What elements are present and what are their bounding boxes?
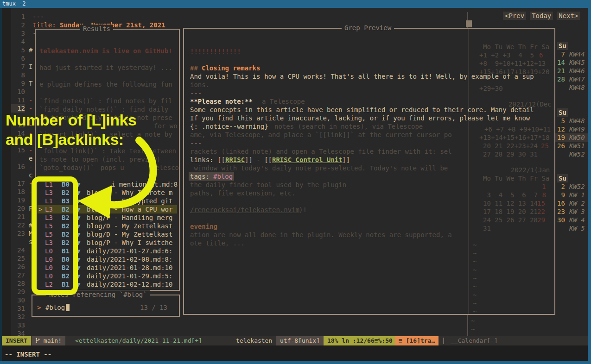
calendar-day[interactable]: 19 xyxy=(557,133,565,142)
text-fragment: ~ xyxy=(473,274,477,282)
line-number: 20 xyxy=(11,204,25,213)
git-branch-segment: main! xyxy=(32,336,65,345)
empty-line-tilde: ~ xyxy=(471,325,475,333)
scrollbar-thumb[interactable] xyxy=(466,20,472,27)
result-title[interactable]: blog/D - My Zettelkast xyxy=(87,222,172,230)
calendar-week-label: KW 1 xyxy=(569,191,585,199)
line-number: 33 xyxy=(11,321,25,329)
calendar-month-header: 2022/1(Jan xyxy=(511,166,550,174)
line-number: 4 xyxy=(11,38,25,46)
calendar-week-label: KW 3 xyxy=(569,207,585,216)
text-row: +8 9+10+11+12+13 xyxy=(184,59,554,68)
text-fragment: 6 xyxy=(539,51,543,59)
calendar-weekday-header: Mo Tu We Th Fr Sa xyxy=(483,43,549,51)
result-title[interactable]: blog/D - My Zettelkast xyxy=(87,230,172,238)
text-fragment: If you find this article inaccurate, lac… xyxy=(190,114,530,122)
text-row: +29+30 xyxy=(184,84,554,93)
line-number: 3 xyxy=(11,29,25,38)
text-row: If you find this article inaccurate, lac… xyxy=(184,114,554,122)
text-row: 2021/12(Dec xyxy=(184,100,554,108)
line-number: 5 xyxy=(11,46,25,54)
text-row: had just started it yesterday! ... xyxy=(36,63,179,72)
line-number-column: 1234567891011121314151617181920212223242… xyxy=(0,0,28,364)
text-fragment: e plugin defines the following fun xyxy=(39,80,172,88)
text-fragment: ~ xyxy=(473,241,477,249)
search-input[interactable]: #blog xyxy=(45,303,65,312)
text-fragment: 1 xyxy=(542,182,546,191)
text-row: +6 +7 +8 +9+10+11 xyxy=(184,125,554,133)
text-fragment: 31 xyxy=(483,224,491,232)
text-fragment: +29+30 xyxy=(479,84,503,93)
git-branch-label: main! xyxy=(44,337,62,344)
mode-indicator: INSERT xyxy=(2,336,31,345)
grep-preview-window: Grep Preview !!!!!!!!!!!!!##Closing rema… xyxy=(183,28,555,315)
text-fragment: ~ xyxy=(473,266,477,274)
text-row: 20 21 22+23+2425 xyxy=(184,142,554,150)
calendar-week-label: KW 4 xyxy=(569,216,585,224)
text-row: Mo Tu We Th Fr Sa xyxy=(184,43,554,51)
frontmatter-delimiter: --- xyxy=(32,13,44,21)
annotation-arrow xyxy=(70,133,172,221)
result-title[interactable]: daily/2021-01-28.md:10 xyxy=(87,264,172,272)
text-fragment: 27 28 29 30 31 xyxy=(483,150,538,158)
calendar-day[interactable]: 5 xyxy=(557,117,565,125)
result-title[interactable]: daily/2021-02-08.md:8: xyxy=(87,255,172,264)
calendar-day[interactable]: 30 xyxy=(557,216,565,224)
line-number: 23 xyxy=(11,229,25,238)
terminal-screen: tmux -2 ---title: Sunday, November 21st,… xyxy=(0,0,591,364)
result-title[interactable]: daily/2021-01-29.md:5: xyxy=(87,272,172,280)
calendar-week-label: KW48 xyxy=(569,83,585,92)
result-title[interactable]: blog/P - Why I switche xyxy=(87,238,172,247)
prev-button[interactable]: <Prev xyxy=(503,12,526,20)
calendar-day[interactable]: 14 xyxy=(557,58,565,67)
result-counter: 13 / 13 xyxy=(140,303,167,312)
line-number: 28 xyxy=(11,279,25,288)
text-row: Mo Tu We Th Fr Sa xyxy=(184,174,554,182)
calendar-day[interactable]: 26 xyxy=(557,142,565,150)
result-title[interactable]: daily/2021-01-27.md:6: xyxy=(87,247,172,255)
text-row: +13+14+15+16+17*18 xyxy=(184,133,554,142)
text-fragment: ~ xyxy=(473,308,477,314)
text-row: +15+16+17+18+19+20 xyxy=(184,68,554,76)
line-number: 27 xyxy=(11,271,25,279)
text-row: ~ xyxy=(0,325,591,333)
next-button[interactable]: Next> xyxy=(557,12,580,20)
today-button[interactable]: Today xyxy=(530,12,553,20)
line-number: 18 xyxy=(11,188,25,196)
tab-segment[interactable]: ≡ [16]tra… xyxy=(395,336,438,345)
text-row: +1 +2 +3 4 56 xyxy=(184,51,554,59)
calendar-day[interactable]: 21 xyxy=(557,67,565,75)
text-cursor xyxy=(66,304,70,311)
text-row: ~ xyxy=(184,274,554,282)
result-title[interactable]: daily/2021-02-12.md:10 xyxy=(87,280,172,289)
calendar-weekday-header: Su xyxy=(557,42,568,50)
calendar-week-label: KW52 xyxy=(569,150,585,158)
text-row: ~ xyxy=(184,299,554,308)
window-separator xyxy=(467,315,468,336)
text-fragment: 15 xyxy=(537,199,545,207)
text-fragment: 24 25 26 27 28 xyxy=(483,216,538,224)
text-row: e plugin defines the following fun xyxy=(36,80,179,88)
calendar-day[interactable]: 9 xyxy=(557,191,565,199)
text-fragment: 3 4 5 6 7 xyxy=(483,191,538,199)
calendar-day[interactable]: 12 xyxy=(557,125,565,133)
calendar-day[interactable]: 23 xyxy=(557,207,565,216)
line-number: 1 xyxy=(11,13,25,21)
text-row: --- xyxy=(0,13,591,21)
text-row: 31 xyxy=(184,224,554,232)
calendar-day[interactable]: 7 xyxy=(557,50,565,58)
calendar-day[interactable]: 16 xyxy=(557,199,565,207)
calendar-day[interactable]: 28 xyxy=(557,75,565,83)
text-fragment: 8 xyxy=(538,191,546,199)
line-number: 2 xyxy=(11,21,25,29)
calendar-week-label: KW49 xyxy=(569,125,585,133)
calendar-day[interactable]: 2 xyxy=(557,182,565,191)
line-number: 32 xyxy=(11,313,25,321)
line-number: 8 xyxy=(11,71,25,79)
line-number: 6 xyxy=(11,54,25,63)
text-fragment: +13+14+15+16+17*18 xyxy=(479,133,550,142)
buffer-text-fragment: # xyxy=(29,46,32,54)
text-row: ~ xyxy=(184,291,554,299)
calendar-nav: <Prev Today Next> xyxy=(503,12,580,20)
calendar-month-header: 2021/12(Dec xyxy=(508,100,552,108)
